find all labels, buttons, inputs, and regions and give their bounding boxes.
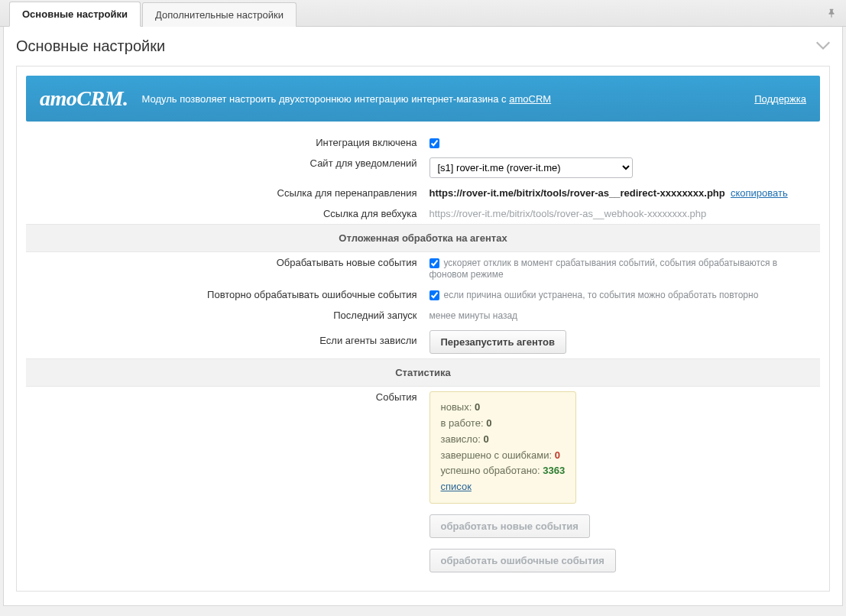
logo-dot: . — [123, 86, 128, 110]
if-hung-label: Если агенты зависли — [26, 326, 423, 359]
retry-failed-hint: если причина ошибки устранена, то событи… — [444, 290, 759, 300]
stats-new-value: 0 — [475, 401, 480, 413]
page-panel: Основные настройки amoCRM. Модуль позвол… — [3, 27, 843, 606]
restart-agents-button[interactable]: Перезапустить агентов — [429, 330, 566, 354]
stats-inwork-value: 0 — [486, 417, 491, 429]
banner-text: Модуль позволяет настроить двухстороннюю… — [142, 93, 741, 105]
notify-site-label: Сайт для уведомлений — [26, 153, 423, 183]
logo: amoCRM. — [40, 86, 128, 111]
banner-link-amocrm[interactable]: amoCRM — [509, 93, 551, 105]
process-new-events-button[interactable]: обработать новые события — [429, 514, 590, 538]
section-header: Основные настройки — [16, 37, 830, 55]
settings-table: Интеграция включена Сайт для уведомлений… — [26, 132, 820, 577]
process-new-hint: ускоряет отклик в момент срабатывания со… — [429, 258, 778, 280]
chevron-down-icon[interactable] — [816, 38, 830, 54]
tab-main[interactable]: Основные настройки — [9, 2, 141, 27]
integration-enabled-label: Интеграция включена — [26, 132, 423, 153]
agents-section-header: Отложенная обработка на агентах — [26, 225, 820, 252]
retry-failed-checkbox[interactable] — [429, 290, 439, 300]
integration-enabled-checkbox[interactable] — [429, 138, 439, 148]
stats-hung-value: 0 — [484, 433, 489, 445]
events-label: События — [26, 387, 423, 577]
redirect-label: Ссылка для перенаправления — [26, 183, 423, 203]
logo-part-amo: amo — [40, 86, 76, 110]
webhook-label: Ссылка для вебхука — [26, 203, 423, 225]
webhook-url: https://rover-it.me/bitrix/tools/rover-a… — [429, 208, 707, 219]
stats-list-link[interactable]: список — [441, 481, 472, 492]
stats-inwork-label: в работе: — [441, 417, 487, 429]
process-failed-events-button[interactable]: обработать ошибочные события — [429, 549, 616, 572]
tab-extra[interactable]: Дополнительные настройки — [142, 2, 297, 27]
stats-new-label: новых: — [441, 401, 475, 413]
process-new-checkbox[interactable] — [429, 258, 439, 268]
pin-icon[interactable] — [826, 8, 837, 21]
stats-failed-value: 0 — [555, 449, 560, 461]
redirect-url: https://rover-it.me/bitrix/tools/rover-a… — [429, 187, 725, 199]
stats-box: новых: 0 в работе: 0 зависло: 0 завершен… — [429, 391, 577, 504]
banner-text-prefix: Модуль позволяет настроить двухстороннюю… — [142, 93, 510, 105]
stats-failed-label: завершено с ошибками: — [441, 449, 555, 461]
brand-banner: amoCRM. Модуль позволяет настроить двухс… — [26, 76, 820, 122]
settings-card: amoCRM. Модуль позволяет настроить двухс… — [16, 66, 830, 592]
tabs-bar: Основные настройки Дополнительные настро… — [0, 0, 846, 27]
stats-success-label: успешно обработано: — [441, 465, 543, 476]
support-link[interactable]: Поддержка — [754, 93, 806, 105]
stats-section-header: Статистика — [26, 359, 820, 387]
last-run-label: Последний запуск — [26, 305, 423, 326]
copy-link[interactable]: скопировать — [731, 187, 788, 199]
page-title: Основные настройки — [16, 37, 165, 55]
notify-site-select[interactable]: [s1] rover-it.me (rover-it.me) — [429, 157, 633, 178]
last-run-value: менее минуты назад — [429, 310, 518, 321]
retry-failed-label: Повторно обрабатывать ошибочные события — [26, 284, 423, 305]
stats-hung-label: зависло: — [441, 433, 484, 445]
stats-success-value: 3363 — [543, 465, 565, 476]
logo-part-crm: CRM — [76, 86, 123, 110]
process-new-label: Обрабатывать новые события — [26, 252, 423, 285]
